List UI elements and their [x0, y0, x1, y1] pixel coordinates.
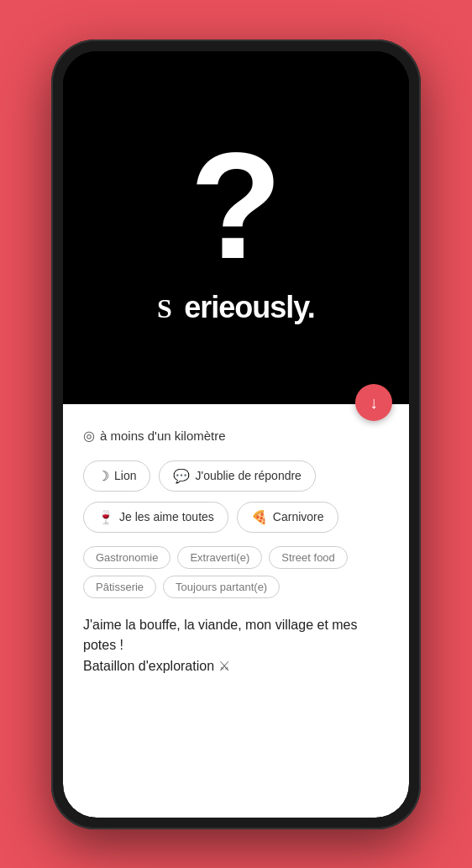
top-section: ? S erieously. ↓	[63, 51, 409, 404]
tag-aime-label: Je les aime toutes	[119, 510, 214, 523]
tag-joublie[interactable]: 💬 J'oublie de répondre	[159, 460, 315, 492]
interest-street-food[interactable]: Street food	[269, 546, 348, 569]
tag-carnivore[interactable]: 🍕 Carnivore	[237, 502, 338, 533]
tags-row-2: 🍷 Je les aime toutes 🍕 Carnivore	[83, 502, 389, 533]
svg-text:S: S	[157, 293, 171, 323]
tags-container: ☽ Lion 💬 J'oublie de répondre	[83, 460, 389, 492]
bio-text: J'aime la bouffe, la viande, mon village…	[83, 615, 389, 677]
tag-aime[interactable]: 🍷 Je les aime toutes	[83, 502, 228, 533]
location-text: à moins d'un kilomètre	[100, 429, 226, 443]
app-logo: S erieously.	[157, 290, 314, 325]
tag-carnivore-label: Carnivore	[273, 510, 324, 523]
download-button[interactable]: ↓	[355, 384, 392, 421]
tag-lion-label: Lion	[114, 469, 136, 482]
interest-street-food-label: Street food	[281, 551, 335, 564]
tag-joublie-label: J'oublie de répondre	[195, 469, 301, 482]
interest-gastronomie-label: Gastronomie	[96, 551, 158, 564]
moon-icon: ☽	[97, 468, 109, 484]
interest-extraverti-label: Extraverti(e)	[190, 551, 249, 564]
interest-extraverti[interactable]: Extraverti(e)	[177, 546, 262, 569]
interest-gastronomie[interactable]: Gastronomie	[83, 546, 170, 569]
question-mark-icon: ?	[190, 130, 282, 281]
pizza-icon: 🍕	[251, 509, 268, 525]
interest-partant-label: Toujours partant(e)	[176, 581, 267, 593]
message-icon: 💬	[173, 468, 190, 484]
location-icon: ◎	[83, 428, 95, 444]
swords-icon: ⚔	[218, 656, 230, 677]
logo-text-label: erieously.	[184, 290, 314, 325]
wine-icon: 🍷	[97, 509, 114, 525]
phone-screen: ? S erieously. ↓ ◎ à moins d'un kilomètr…	[63, 51, 409, 818]
tag-lion[interactable]: ☽ Lion	[83, 460, 150, 492]
interest-partant[interactable]: Toujours partant(e)	[163, 576, 280, 598]
download-arrow-icon: ↓	[370, 394, 378, 411]
bottom-section: ◎ à moins d'un kilomètre ☽ Lion 💬 J'oubl…	[63, 404, 409, 818]
interest-patisserie[interactable]: Pâtisserie	[83, 576, 156, 598]
phone-frame: ? S erieously. ↓ ◎ à moins d'un kilomètr…	[51, 39, 421, 829]
interests-container: Gastronomie Extraverti(e) Street food Pâ…	[83, 546, 389, 598]
interest-patisserie-label: Pâtisserie	[96, 581, 144, 593]
location-row: ◎ à moins d'un kilomètre	[83, 428, 389, 444]
